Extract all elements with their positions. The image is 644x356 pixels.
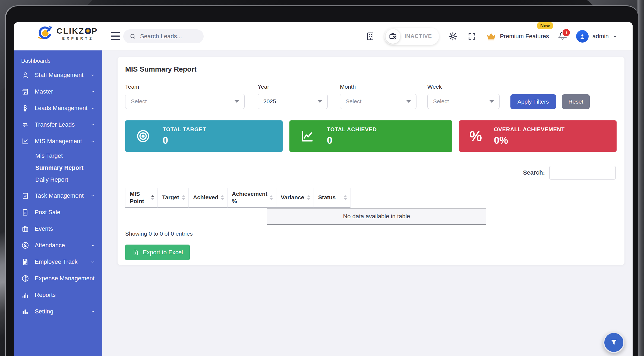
export-to-excel-button[interactable]: Export to Excel [125,245,190,260]
sidebar-item-transfer-leads[interactable]: Transfer Leads [14,116,102,133]
sidebar: Dashboards Staff Management Master Leads… [14,50,102,356]
crown-icon [486,31,497,42]
funnel-icon [609,338,618,347]
sidebar-item-reports[interactable]: Reports [14,287,102,303]
team-filter-label: Team [125,84,245,90]
reset-button[interactable]: Reset [562,94,590,109]
stat-label: OVERALL ACHIEVEMENT [494,126,565,133]
table-entries-summary: Showing 0 to 0 of 0 entries [125,230,193,237]
user-icon [579,33,586,40]
company-button[interactable] [365,31,375,41]
sidebar-item-task-management[interactable]: Task Management [14,187,102,204]
briefcase-icon [21,225,29,233]
report-card: MIS Summary Report Team Select Year [118,57,624,265]
file-text-icon [21,258,29,266]
sort-icons [270,195,273,200]
settings-button[interactable] [448,31,458,41]
bitcoin-icon [21,104,29,112]
sidebar-item-events[interactable]: Events [14,220,102,237]
navbar-actions: INACTIVE [365,22,617,50]
sidebar-item-master[interactable]: Master [14,83,102,100]
bar-chart-icon [21,291,29,299]
column-header-achievement-pct[interactable]: Achievement % [228,188,276,208]
table-header-row: MIS Point Target Achieved [125,188,617,208]
chevron-down-icon [90,259,95,264]
building-icon [366,31,375,41]
chevron-up-icon [90,139,95,144]
sort-icons [182,195,185,200]
sidebar-item-post-sale[interactable]: Post Sale [14,204,102,220]
year-select[interactable]: 2025 [258,94,328,109]
sidebar-item-employee-track[interactable]: Employee Track [14,254,102,270]
apply-filters-button[interactable]: Apply Filters [510,94,556,109]
stat-value: 0 [163,135,206,146]
status-label: INACTIVE [405,33,432,39]
week-select[interactable]: Select [427,94,500,109]
select-caret-icon [406,100,411,103]
year-filter-label: Year [258,84,328,90]
select-caret-icon [235,100,239,103]
month-select[interactable]: Select [340,94,416,109]
brand-name-left: CLIKZ [56,26,84,36]
table-body: No data available in table [125,208,617,225]
coin-icon [21,274,29,283]
device-frame: CLIKZP EXPERTZ Search Leads... [5,5,638,356]
person-circle-icon [21,241,29,249]
sidebar-item-summary-report[interactable]: Summary Report [14,162,102,174]
total-target-card: TOTAL TARGET 0 [125,120,283,152]
sidebar-item-expense-management[interactable]: Expense Management [14,270,102,287]
sidebar-item-attendance[interactable]: Attendance [14,237,102,254]
sidebar-section-dashboards[interactable]: Dashboards [21,58,102,64]
search-icon [129,33,136,40]
global-search-placeholder: Search Leads... [140,33,182,40]
filter-fab-button[interactable] [603,332,624,353]
sidebar-item-setting[interactable]: Setting [14,303,102,320]
chart-line-icon [21,137,29,145]
stat-label: TOTAL ACHIEVED [327,126,377,133]
fullscreen-icon [467,32,476,41]
sidebar-item-mis-management[interactable]: MIS Management [14,133,102,149]
summary-table: MIS Point Target Achieved [125,188,617,225]
global-search[interactable]: Search Leads... [123,29,204,43]
page-title: MIS Summary Report [125,65,197,73]
fullscreen-button[interactable] [467,31,477,41]
avatar [576,30,589,43]
column-header-status[interactable]: Status [314,188,351,208]
team-select[interactable]: Select [125,94,245,109]
user-menu[interactable]: admin [576,30,617,43]
sidebar-item-mis-target[interactable]: Mis Target [14,150,102,162]
menu-toggle-button[interactable] [111,32,120,40]
gear-icon [448,31,458,41]
chevron-down-icon [90,106,95,111]
attendance-status-toggle[interactable]: INACTIVE [384,28,439,45]
bars-icon [21,307,29,316]
premium-features-button[interactable]: Premium Features New [486,31,549,42]
brand-name-right: P [91,26,98,36]
column-header-achieved[interactable]: Achieved [189,188,228,208]
store-icon [21,88,29,96]
background: CLIKZP EXPERTZ Search Leads... [0,0,644,356]
stat-value: 0 [327,135,377,146]
percent-icon: % [469,129,482,143]
background-shape-right-edge [637,0,644,356]
column-header-variance[interactable]: Variance [276,188,314,208]
sort-icons [221,195,224,200]
column-header-target[interactable]: Target [158,188,189,208]
column-header-mis-point[interactable]: MIS Point [125,188,158,208]
select-caret-icon [490,100,494,103]
notifications-button[interactable]: 1 [558,31,567,41]
table-search-input[interactable] [549,166,616,179]
sidebar-item-leads-management[interactable]: Leads Management [14,100,102,116]
stat-value: 0% [494,135,565,146]
table-search-row: Search: [523,166,616,179]
sidebar-item-daily-report[interactable]: Daily Report [14,174,102,186]
brand-wordmark: CLIKZP EXPERTZ [56,26,98,40]
logo-o-mark [85,28,91,34]
new-badge: New [537,22,553,29]
empty-table-message: No data available in table [267,208,486,225]
excel-file-icon [132,249,139,256]
overall-achievement-card: % OVERALL ACHIEVEMENT 0% [459,120,617,152]
person-icon [21,71,29,79]
sidebar-item-staff-management[interactable]: Staff Management [14,67,102,83]
premium-features-label: Premium Features [500,33,549,40]
